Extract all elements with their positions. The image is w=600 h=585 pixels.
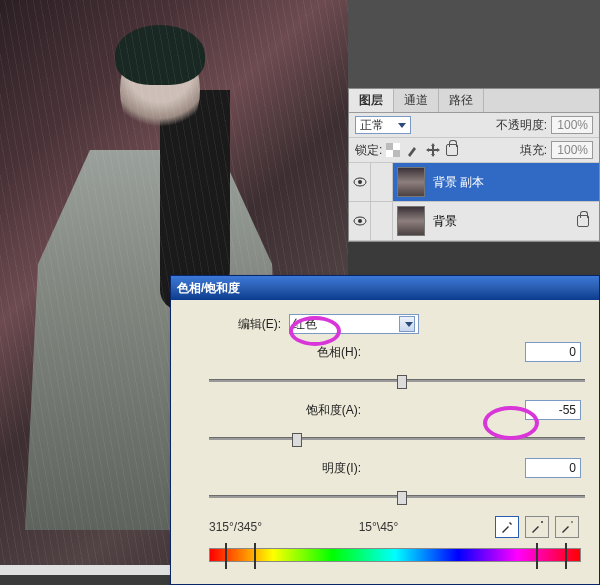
blend-mode-value: 正常 [360,117,384,134]
layer-name[interactable]: 背景 副本 [429,174,599,191]
opacity-label: 不透明度: [496,117,547,134]
lightness-slider[interactable] [209,486,585,506]
lightness-label: 明度(I): [209,460,369,477]
visibility-toggle[interactable] [349,202,371,240]
eye-icon [353,216,367,226]
visibility-toggle[interactable] [349,163,371,201]
dialog-titlebar[interactable]: 色相/饱和度 [171,276,599,300]
edit-label: 编辑(E): [209,316,289,333]
opacity-input[interactable]: 100% [551,116,593,134]
fill-input[interactable]: 100% [551,141,593,159]
svg-rect-1 [393,150,400,157]
lock-brush-icon[interactable] [406,143,420,157]
tab-layers[interactable]: 图层 [349,89,394,112]
lightness-slider-thumb[interactable] [397,491,407,505]
lightness-input[interactable]: 0 [525,458,581,478]
annotation-circle [483,406,539,440]
fill-label: 填充: [520,142,547,159]
svg-rect-3 [386,150,393,157]
layer-name[interactable]: 背景 [429,213,577,230]
layer-row-copy[interactable]: 背景 副本 [349,163,599,202]
link-cell[interactable] [371,163,393,201]
lock-icon [577,215,589,227]
layer-thumbnail[interactable] [397,167,425,197]
range-marker[interactable] [536,543,538,569]
tab-paths[interactable]: 路径 [439,89,484,112]
chevron-down-icon [405,322,413,327]
svg-rect-0 [386,143,393,150]
layers-panel: 图层 通道 路径 正常 不透明度: 100% 锁定: 填充: 100% 背景 副… [348,88,600,242]
lock-move-icon[interactable] [426,143,440,157]
eyedropper-add-icon[interactable] [525,516,549,538]
hue-saturation-dialog: 色相/饱和度 编辑(E): 红色 色相(H): 0 饱和度(A): -55 明度… [170,275,600,585]
hue-slider[interactable] [209,370,585,390]
range-marker[interactable] [565,543,567,569]
dialog-title: 色相/饱和度 [177,280,240,297]
range-left-label: 315°/345° [209,520,262,534]
link-cell[interactable] [371,202,393,240]
chevron-down-icon [398,123,406,128]
tab-channels[interactable]: 通道 [394,89,439,112]
blend-mode-select[interactable]: 正常 [355,116,411,134]
workspace-grey [348,0,600,88]
combo-button[interactable] [399,316,415,332]
saturation-slider-thumb[interactable] [292,433,302,447]
hue-label: 色相(H): [209,344,369,361]
range-marker[interactable] [225,543,227,569]
eye-icon [353,177,367,187]
eyedropper-subtract-icon[interactable] [555,516,579,538]
range-right-label: 15°\45° [359,520,399,534]
color-spectrum[interactable] [209,548,581,562]
layer-thumbnail[interactable] [397,206,425,236]
lock-transparency-icon[interactable] [386,143,400,157]
annotation-circle [289,316,341,346]
hue-input[interactable]: 0 [525,342,581,362]
range-marker[interactable] [254,543,256,569]
svg-point-7 [358,219,362,223]
lock-all-icon[interactable] [446,144,458,156]
layer-row-bg[interactable]: 背景 [349,202,599,241]
svg-rect-2 [393,143,400,150]
lock-icons [386,143,458,157]
lock-label: 锁定: [355,142,382,159]
hue-slider-thumb[interactable] [397,375,407,389]
saturation-label: 饱和度(A): [209,402,369,419]
panel-tabs: 图层 通道 路径 [349,89,599,113]
eyedropper-icon[interactable] [495,516,519,538]
svg-point-5 [358,180,362,184]
